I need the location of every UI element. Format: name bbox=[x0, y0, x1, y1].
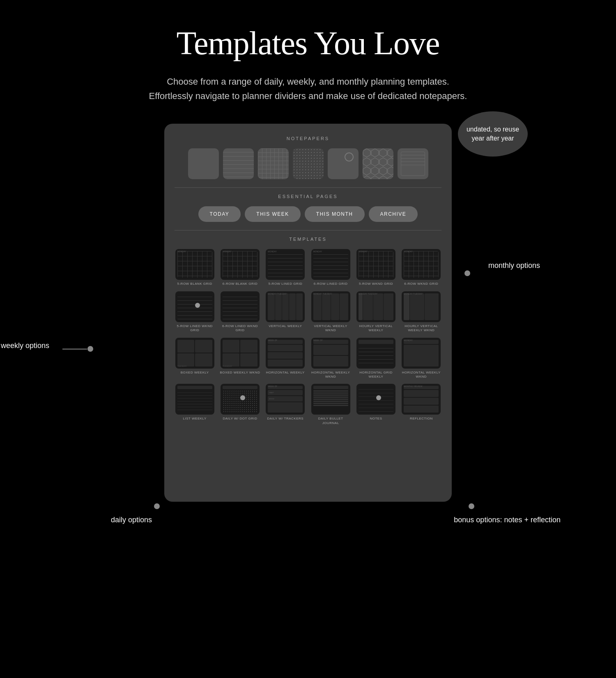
bubble-callout: undated, so reuse year after year bbox=[458, 111, 528, 157]
subtitle: Choose from a range of daily, weekly, an… bbox=[149, 74, 467, 103]
template-horizontal-weekly-wknd2[interactable]: MONDAY HORIZONTAL WEEKLY WKND bbox=[401, 338, 441, 379]
template-vertical-weekly-wknd[interactable]: MONDAY TUESDAY VERTICAL WEEKLY WKND bbox=[310, 291, 351, 333]
weekly-options-callout: weekly options bbox=[1, 341, 49, 350]
template-horizontal-weekly[interactable]: WEEK OF HORIZONTAL WEEKLY bbox=[265, 338, 306, 379]
monthly-dot bbox=[464, 270, 470, 276]
template-6row-lined[interactable]: MONDAY 6-ROW LINED GRID bbox=[310, 249, 351, 286]
template-reflection[interactable]: MONTHLY REVIEW REFLECTION bbox=[401, 384, 441, 425]
monthly-options-callout: monthly options bbox=[488, 261, 540, 270]
bonus-dot bbox=[469, 503, 474, 509]
template-6row-blank[interactable]: MONDAY 6-ROW BLANK GRID bbox=[220, 249, 260, 286]
np-checklist[interactable] bbox=[398, 148, 428, 179]
btn-archive[interactable]: ARCHIVE bbox=[369, 206, 418, 222]
template-5row-wknd[interactable]: MONDAY 5-ROW WKND GRID bbox=[356, 249, 396, 286]
template-5row-blank[interactable]: MONDAY 5-ROW BLANK GRID bbox=[175, 249, 215, 286]
np-hex[interactable] bbox=[363, 148, 393, 179]
template-6row-wknd[interactable]: MONDAY 6-ROW WKND GRID bbox=[401, 249, 441, 286]
template-list-weekly[interactable]: LIST WEEKLY bbox=[175, 384, 215, 425]
template-daily-trackers[interactable]: HABIT MOOD WEEK OF DAILY W/ TRACKERS bbox=[265, 384, 306, 425]
template-notes[interactable]: NOTES bbox=[356, 384, 396, 425]
template-daily-bullet[interactable]: DAILY BULLET JOURNAL bbox=[310, 384, 351, 425]
page-wrapper: Templates You Love Choose from a range o… bbox=[0, 0, 616, 678]
np-lined[interactable] bbox=[223, 148, 254, 179]
template-boxed-weekly-wknd[interactable]: TUESDAY BOXED WEEKLY WKND bbox=[220, 338, 260, 379]
notepapers-label: NOTEPAPERS bbox=[175, 136, 441, 141]
daily-options-callout: daily options bbox=[111, 516, 152, 524]
planner-card: NOTEPAPERS bbox=[164, 124, 452, 502]
essential-label: ESSENTIAL PAGES bbox=[175, 194, 441, 199]
template-daily-dot-grid[interactable]: DAILY W/ DOT GRID bbox=[220, 384, 260, 425]
template-6row-lined-wknd[interactable]: 6-ROW LINED WKND GRID bbox=[220, 291, 260, 333]
template-5row-lined-wknd[interactable]: 5-ROW LINED WKND GRID bbox=[175, 291, 215, 333]
weekly-arrow-line bbox=[62, 349, 87, 349]
page-title: Templates You Love bbox=[177, 25, 440, 62]
templates-label: TEMPLATES bbox=[175, 237, 441, 242]
daily-dot bbox=[154, 503, 160, 509]
btn-today[interactable]: TODAY bbox=[198, 206, 241, 222]
template-hourly-vertical-weekly-wknd[interactable]: MONDAY TUESDAY HOURLY VERTICAL WEEKLY WK… bbox=[401, 291, 441, 333]
np-circle[interactable] bbox=[328, 148, 359, 179]
template-hourly-vertical-weekly[interactable]: MONDAY TUESDAY HOURLY VERTICAL WEEKLY bbox=[356, 291, 396, 333]
templates-grid: MONDAY 5-ROW BLANK GRID MONDAY 6-ROW BLA… bbox=[175, 249, 441, 425]
bonus-options-callout: bonus options: notes + reflection bbox=[454, 516, 561, 524]
np-dot[interactable] bbox=[293, 148, 324, 179]
weekly-dot bbox=[87, 346, 93, 352]
essential-buttons: TODAY THIS WEEK THIS MONTH ARCHIVE bbox=[175, 206, 441, 222]
template-horizontal-weekly-wknd[interactable]: WEEK OF HORIZONTAL WEEKLY WKND bbox=[310, 338, 351, 379]
btn-this-month[interactable]: THIS MONTH bbox=[305, 206, 365, 222]
divider-2 bbox=[175, 230, 441, 231]
svg-rect-1 bbox=[363, 148, 393, 179]
np-blank[interactable] bbox=[188, 148, 219, 179]
template-5row-lined[interactable]: MONDAY 5-ROW LINED GRID bbox=[265, 249, 306, 286]
template-vertical-weekly[interactable]: MONDAY TUESDAY VERTICAL WEEKLY bbox=[265, 291, 306, 333]
divider-1 bbox=[175, 187, 441, 188]
notepapers-grid bbox=[175, 148, 441, 179]
template-boxed-weekly[interactable]: TUESDAY BOXED WEEKLY bbox=[175, 338, 215, 379]
template-horizontal-grid-weekly[interactable]: HORIZONTAL GRID WEEKLY bbox=[356, 338, 396, 379]
np-grid[interactable] bbox=[258, 148, 289, 179]
btn-this-week[interactable]: THIS WEEK bbox=[245, 206, 301, 222]
